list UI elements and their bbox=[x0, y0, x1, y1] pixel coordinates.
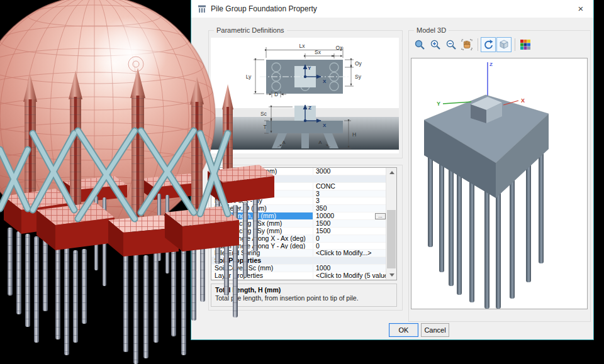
grid-row-name: Batter Angle Along X - Ax (deg) bbox=[211, 235, 313, 242]
dim-label-ly: Ly bbox=[246, 74, 252, 80]
rotate-icon bbox=[483, 39, 494, 50]
grid-row-name: Max Mesh Size (mm) bbox=[211, 168, 313, 175]
cancel-button[interactable]: Cancel bbox=[421, 323, 449, 337]
scrollbar-thumb[interactable] bbox=[387, 210, 396, 268]
grid-row-value: 0 bbox=[313, 243, 396, 250]
iso-cube-icon bbox=[498, 39, 510, 50]
zoom-in-button[interactable] bbox=[428, 37, 443, 52]
grid-row[interactable]: Total Length, H (mm)10000... bbox=[211, 212, 396, 220]
grid-row-name: Pile Group bbox=[211, 175, 313, 182]
grid-row-value bbox=[313, 257, 396, 264]
zoom-fit-button[interactable] bbox=[412, 37, 427, 52]
ok-button[interactable]: OK bbox=[389, 323, 418, 337]
grid-row[interactable]: MaterialCONC bbox=[211, 183, 396, 190]
grid-rows: Max Mesh Size (mm)3000Pile GroupMaterial… bbox=[211, 168, 396, 280]
property-grid[interactable]: Max Mesh Size (mm)3000Pile GroupMaterial… bbox=[211, 167, 397, 280]
iso-view-button[interactable] bbox=[496, 37, 512, 52]
grid-row-name: Layer Properties bbox=[211, 272, 313, 279]
grid-row-value: 350 bbox=[313, 205, 396, 212]
model-3d-toolbar bbox=[412, 36, 534, 53]
grid-row-value bbox=[313, 175, 396, 182]
axis-label-plan-y: Y bbox=[308, 65, 311, 71]
dim-label-sx: Sx bbox=[315, 49, 322, 55]
zoom-fit-icon bbox=[414, 39, 425, 50]
axis-3d-x-label: X bbox=[521, 97, 525, 104]
render-palette-icon bbox=[520, 39, 531, 50]
ellipsis-button[interactable]: ... bbox=[375, 213, 386, 220]
grid-row-value: 3 bbox=[313, 190, 396, 197]
parametric-definitions-group: Parametric Definitions bbox=[208, 30, 403, 158]
model-3d-label: Model 3D bbox=[414, 26, 449, 34]
zoom-out-button[interactable] bbox=[444, 37, 459, 52]
grid-row[interactable]: Pile Spacing - Sy (mm)1500 bbox=[211, 228, 396, 235]
scrollbar-down-button[interactable] bbox=[386, 270, 396, 280]
axis-label-plan-x: X bbox=[323, 79, 327, 84]
description-text: Total pile length, from insertion point … bbox=[215, 294, 393, 302]
grid-row-value: 3000 bbox=[313, 168, 396, 175]
parametric-diagram: Y X Lx Sx Ox Ly Oy S bbox=[211, 38, 399, 153]
toolbar-separator bbox=[515, 38, 515, 51]
dim-label-ox: Ox bbox=[336, 45, 344, 51]
grid-row-name: Soil Properties bbox=[211, 257, 313, 264]
grid-row-name: Pile End Spring bbox=[211, 250, 313, 256]
grid-row-name: No. of Piles - Ny bbox=[211, 197, 313, 204]
grid-row[interactable]: Pile Group bbox=[211, 175, 396, 183]
grid-row-value: 1500 bbox=[313, 228, 396, 234]
scrollbar-up-button[interactable] bbox=[386, 168, 396, 177]
description-title: Total Length, H (mm) bbox=[215, 286, 393, 294]
grid-row[interactable]: No. of Piles - Ny3 bbox=[211, 197, 396, 205]
grid-row-value: 3 bbox=[313, 197, 396, 204]
dialog-title: Pile Group Foundation Property bbox=[211, 4, 317, 13]
zoom-in-icon bbox=[430, 39, 441, 50]
dialog-titlebar[interactable]: Pile Group Foundation Property × bbox=[191, 0, 593, 18]
grid-row[interactable]: Batter Angle Along X - Ax (deg)0 bbox=[211, 235, 396, 243]
grid-row-value: <Click to Modify (5 values)> bbox=[313, 272, 396, 279]
dim-label-sc: Sc bbox=[260, 111, 267, 117]
dim-label-h: H bbox=[352, 131, 356, 138]
dim-label-d: D bbox=[274, 91, 278, 97]
grid-row-value: 1000 bbox=[313, 265, 396, 272]
grid-scrollbar[interactable] bbox=[386, 168, 396, 280]
pile-group-3d-render: Z Y X bbox=[411, 58, 587, 309]
grid-row-value: 1500 bbox=[313, 220, 396, 227]
dim-label-sy: Sy bbox=[355, 74, 362, 80]
zoom-out-icon bbox=[445, 39, 457, 50]
grid-row[interactable]: Pile End Spring<Click to Modify...> bbox=[211, 250, 396, 257]
grid-row[interactable]: Soil Cover, Sc (mm)1000 bbox=[211, 265, 396, 272]
grid-row-name: Pile Spacing - Sx (mm) bbox=[211, 220, 313, 227]
grid-row[interactable]: Diameter, D (mm)350 bbox=[211, 205, 396, 212]
dim-label-a1: A bbox=[282, 140, 286, 145]
grid-row-name: Diameter, D (mm) bbox=[211, 205, 313, 212]
grid-row-name: No. of Piles - Nx bbox=[211, 190, 313, 197]
toolbar-separator bbox=[478, 38, 478, 51]
render-palette-button[interactable] bbox=[518, 37, 533, 52]
property-description-box: Total Length, H (mm) Total pile length, … bbox=[211, 284, 397, 307]
grid-row-name: Batter Angle Along Y - Ay (deg) bbox=[211, 243, 313, 250]
grid-row-name: Total Length, H (mm) bbox=[211, 212, 313, 219]
dim-label-oy: Oy bbox=[355, 60, 362, 67]
grid-row-name: Pile Spacing - Sy (mm) bbox=[211, 228, 313, 234]
pan-hand-icon bbox=[461, 39, 473, 50]
close-button[interactable]: × bbox=[572, 2, 590, 15]
dialog-icon bbox=[198, 4, 206, 13]
pan-button[interactable] bbox=[459, 37, 474, 52]
model-3d-viewport[interactable]: Z Y X bbox=[411, 58, 588, 309]
grid-row-value: CONC bbox=[313, 183, 396, 190]
grid-row-value: 0 bbox=[313, 235, 396, 242]
grid-row[interactable]: Pile Spacing - Sx (mm)1500 bbox=[211, 220, 396, 228]
grid-row-value: <Click to Modify...> bbox=[313, 250, 396, 256]
grid-row[interactable]: Batter Angle Along Y - Ay (deg)0 bbox=[211, 243, 396, 250]
grid-row-name: Material bbox=[211, 183, 313, 190]
dim-label-lx: Lx bbox=[299, 43, 306, 49]
rotate-button[interactable] bbox=[481, 37, 496, 52]
grid-row[interactable]: Layer Properties<Click to Modify (5 valu… bbox=[211, 272, 396, 280]
axis-3d-y-label: Y bbox=[437, 101, 440, 107]
grid-row[interactable]: Soil Properties bbox=[211, 257, 396, 265]
dim-label-a2: A bbox=[318, 140, 322, 145]
axis-label-side-x: X bbox=[323, 123, 327, 128]
grid-row[interactable]: No. of Piles - Nx3 bbox=[211, 190, 396, 198]
grid-row[interactable]: Max Mesh Size (mm)3000 bbox=[211, 168, 396, 175]
parametric-definitions-label: Parametric Definitions bbox=[214, 26, 287, 34]
pile-group-dialog: Pile Group Foundation Property × Paramet… bbox=[191, 0, 594, 340]
dim-label-t: T bbox=[263, 124, 266, 130]
